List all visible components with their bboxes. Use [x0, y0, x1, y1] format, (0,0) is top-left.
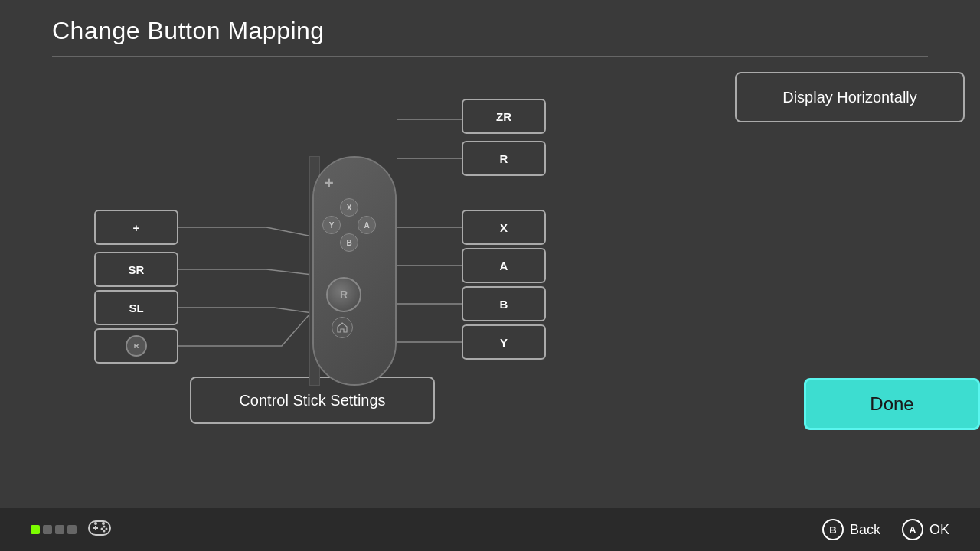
map-button-sr[interactable]: SR	[94, 252, 178, 287]
back-footer-button: B Back	[822, 519, 880, 540]
joycon-face-y: Y	[322, 216, 341, 234]
map-button-y[interactable]: Y	[462, 324, 546, 360]
dot-3	[55, 525, 64, 534]
r-stick-icon: R	[126, 335, 147, 357]
joycon-plus-label: +	[325, 174, 334, 192]
face-buttons-cluster: X Y A B	[322, 198, 376, 252]
map-button-sl[interactable]: SL	[94, 290, 178, 325]
back-label: Back	[850, 522, 880, 538]
done-button[interactable]: Done	[804, 378, 980, 430]
a-button-icon: A	[902, 519, 923, 540]
map-button-plus[interactable]: +	[94, 210, 178, 245]
dot-2	[43, 525, 52, 534]
ok-footer-button: A OK	[902, 519, 949, 540]
joycon-face-a: A	[358, 216, 376, 234]
dot-4	[67, 525, 77, 534]
ok-label: OK	[929, 522, 949, 538]
controller-diagram: + X Y A B R +	[52, 80, 649, 455]
header: Change Button Mapping	[0, 0, 980, 57]
map-button-a[interactable]: A	[462, 248, 546, 283]
map-button-zr[interactable]: ZR	[462, 99, 546, 134]
joycon-r-stick: R	[326, 277, 361, 312]
controller-icon	[86, 514, 113, 546]
map-button-left-rstick[interactable]: R	[94, 328, 178, 364]
joycon-face-b: B	[340, 233, 358, 252]
svg-point-5	[101, 527, 103, 530]
page-title: Change Button Mapping	[52, 17, 928, 45]
svg-point-7	[94, 522, 97, 525]
main-content: + X Y A B R +	[0, 57, 980, 470]
right-panel: Display Horizontally Done	[735, 72, 980, 122]
footer: B Back A OK	[0, 508, 980, 551]
joycon-home-button	[332, 317, 353, 338]
map-button-x[interactable]: X	[462, 210, 546, 245]
controller-dots	[31, 525, 77, 534]
dot-1	[31, 525, 40, 534]
display-horizontally-button[interactable]: Display Horizontally	[735, 72, 965, 122]
footer-right: B Back A OK	[822, 519, 949, 540]
map-button-b[interactable]: B	[462, 286, 546, 321]
b-button-icon: B	[822, 519, 844, 540]
svg-point-6	[103, 530, 106, 532]
svg-point-3	[103, 525, 106, 527]
svg-point-8	[102, 522, 105, 525]
map-button-r[interactable]: R	[462, 141, 546, 176]
footer-left	[31, 514, 113, 546]
svg-point-4	[106, 527, 108, 530]
joycon-face-x: X	[340, 198, 358, 217]
